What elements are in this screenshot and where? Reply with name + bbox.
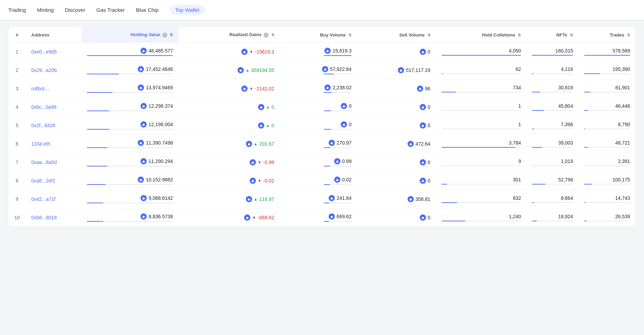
eth-icon: ◈ [322, 66, 328, 72]
sell-volume-sort-icon[interactable]: ⇅ [427, 33, 430, 38]
holding-value-cell: ◈ 17,452.4646 [81, 61, 178, 80]
address-link[interactable]: 0x42...a71f [31, 196, 55, 202]
down-arrow-icon: ▼ [258, 160, 261, 164]
trades-cell: 100,175 [579, 172, 636, 190]
nav-gas-tracker[interactable]: Gas Tracker [96, 5, 125, 15]
holding-value: 10,152.9882 [146, 177, 173, 182]
eth-icon: ◈ [417, 85, 423, 92]
realized-gains-cell: ◈ ▼ -669.62 [178, 209, 280, 227]
trades-cell: 26,539 [579, 209, 636, 227]
nav-top-wallet[interactable]: Top Wallet [170, 5, 205, 15]
buy-volume-cell: ◈ 2,238.02 [280, 80, 357, 98]
holding-value-cell: ◈ 11,390.7498 [81, 135, 178, 153]
holding-value: 11,290.294 [148, 158, 173, 164]
hold-collections-value: 62 [516, 66, 521, 72]
nfts-cell: 4,116 [526, 61, 579, 80]
realized-gains-cell: ◈ ▲ 0 [178, 98, 280, 116]
address-link[interactable]: 1334.eth [31, 141, 50, 147]
sell-volume-value: 0 [428, 160, 430, 165]
eth-icon: ◈ [140, 195, 147, 201]
eth-icon: ◈ [258, 104, 264, 110]
hold-collections-bar [442, 129, 521, 129]
eth-icon: ◈ [334, 158, 340, 164]
col-rank: # [8, 27, 26, 43]
nfts-value: 8,664 [561, 195, 573, 201]
col-holding-value[interactable]: Holding Value i ⇅ [81, 27, 178, 43]
rank-cell: 10 [8, 209, 26, 227]
hold-collections-bar [442, 147, 521, 148]
sell-volume-value: 472.64 [416, 141, 430, 147]
eth-icon: ◈ [250, 159, 256, 165]
hold-collections-bar [442, 55, 521, 56]
holding-value-bar [87, 147, 173, 148]
buy-volume-sort-icon[interactable]: ⇅ [348, 33, 352, 38]
trades-bar [584, 202, 630, 203]
nav-trading[interactable]: Trading [8, 5, 26, 15]
address-link[interactable]: 0x29...a20b [31, 67, 57, 73]
trades-cell: 81,901 [579, 80, 636, 98]
nfts-sort-icon[interactable]: ⇅ [570, 33, 573, 38]
buy-volume-bar [324, 184, 352, 185]
holding-value-sort-icon[interactable]: ⇅ [170, 33, 173, 37]
rank-cell: 7 [8, 153, 26, 172]
col-buy-volume[interactable]: Buy Volume ⇅ [280, 27, 357, 43]
nfts-bar [532, 129, 573, 129]
nav-blue-chip[interactable]: Blue Chip [136, 5, 159, 15]
holding-value-cell: ◈ 46,485.577 [81, 43, 178, 61]
realized-gains-cell: ◈ ▲ 459194.55 [178, 61, 280, 80]
eth-icon: ◈ [250, 178, 256, 184]
holding-value-bar [87, 111, 173, 111]
table-row: 9 0x42...a71f ◈ 9,068.6142 ◈ ▲ 116.97 [8, 190, 636, 209]
eth-icon: ◈ [341, 121, 347, 128]
address-link[interactable]: 0xb8...8018 [31, 215, 57, 220]
nfts-value: 30,619 [558, 85, 573, 90]
col-hold-collections[interactable]: Hold Colletions ⇅ [436, 27, 527, 43]
eth-icon: ◈ [324, 84, 331, 91]
holding-value-info-icon[interactable]: i [162, 33, 167, 38]
eth-icon: ◈ [334, 177, 340, 183]
hold-collections-cell: 1 [436, 98, 527, 116]
address-link[interactable]: 0xa8...2ef1 [31, 178, 55, 183]
nfts-bar [532, 110, 573, 111]
sell-volume-cell: ◈ 0 [357, 153, 436, 172]
address-link[interactable]: 0xe0...e9d5 [31, 49, 57, 55]
hold-collections-value: 734 [513, 85, 521, 90]
address-cell: 0x2f...8426 [26, 116, 81, 135]
buy-volume-value: 0 [349, 103, 352, 109]
rank-cell: 1 [8, 43, 26, 61]
trades-sort-icon[interactable]: ⇅ [627, 33, 630, 38]
col-sell-volume[interactable]: Sell Volume ⇅ [357, 27, 436, 43]
trades-value: 2,391 [618, 158, 630, 164]
col-trades[interactable]: Trades ⇅ [579, 27, 636, 43]
eth-icon: ◈ [140, 103, 147, 109]
eth-icon: ◈ [420, 178, 426, 184]
address-link[interactable]: 0x6c...0a99 [31, 104, 56, 110]
nfts-bar [532, 165, 573, 166]
sell-volume-cell: ◈ 0 [357, 209, 436, 227]
eth-icon: ◈ [138, 66, 144, 72]
holding-value-cell: ◈ 8,836.5738 [81, 209, 178, 227]
buy-volume-value: 270.97 [337, 140, 352, 146]
realized-gains-value: 0 [272, 123, 274, 128]
trades-bar [584, 73, 630, 74]
sell-volume-cell: ◈ 0 [357, 116, 436, 135]
col-nfts[interactable]: NFTs ⇅ [526, 27, 579, 43]
hold-collections-cell: 9 [436, 153, 527, 172]
address-link[interactable]: rollbot.... [31, 86, 50, 91]
nav-minting[interactable]: Minting [37, 5, 54, 15]
nav-discover[interactable]: Discover [65, 5, 85, 15]
realized-gains-sort-icon[interactable]: ⇅ [271, 33, 274, 37]
hold-collections-sort-icon[interactable]: ⇅ [518, 33, 521, 38]
buy-volume-bar [324, 129, 352, 130]
realized-gains-info-icon[interactable]: i [264, 33, 268, 38]
sell-volume-value: 0 [428, 123, 430, 128]
col-realized-gains[interactable]: Realized Gains i ⇅ [178, 27, 280, 43]
main-content: # Address Holding Value i ⇅ Realized Gai… [0, 20, 644, 234]
trades-value: 578,569 [612, 48, 630, 54]
address-cell: rollbot.... [26, 80, 81, 98]
trades-bar [584, 165, 630, 166]
address-link[interactable]: 0xaa...8a5d [31, 160, 57, 165]
eth-icon: ◈ [408, 141, 414, 147]
address-link[interactable]: 0x2f...8426 [31, 123, 55, 128]
trades-cell: 578,569 [579, 43, 636, 61]
